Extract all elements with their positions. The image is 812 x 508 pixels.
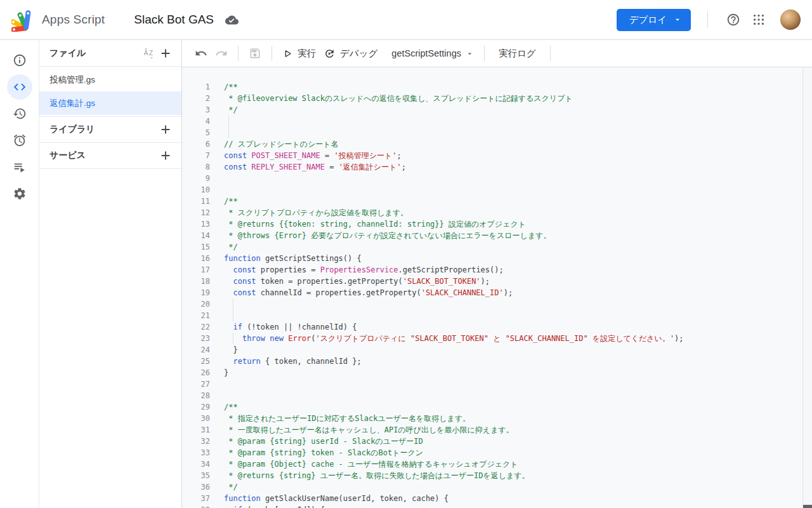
code-editor[interactable]: 1/**2 * @fileoverview Slackのスレッドへの返信を収集し… [182, 67, 812, 508]
deploy-button[interactable]: デプロイ [617, 9, 691, 31]
sort-files-button[interactable]: A Z [141, 46, 157, 61]
code-line[interactable]: 23 throw new Error('スクリプトプロパティに "SLACK_B… [182, 333, 802, 344]
code-line[interactable]: 38 if (cache[userId]) { [182, 504, 802, 508]
project-title[interactable]: Slack Bot GAS [134, 13, 214, 27]
services-section: サービス [39, 143, 181, 169]
code-text: * スクリプトプロパティから設定値を取得します。 [224, 207, 408, 218]
undo-button[interactable] [191, 44, 211, 62]
code-line[interactable]: 22 if (!token || !channelId) { [182, 321, 802, 333]
code-text: function getSlackUserName(userId, token,… [224, 493, 449, 504]
rail-item-triggers[interactable] [7, 128, 32, 153]
line-number: 16 [182, 253, 210, 264]
indent-guide [228, 127, 229, 138]
code-text: const channelId = properties.getProperty… [224, 287, 513, 298]
code-line[interactable]: 24 } [182, 344, 802, 356]
info-icon [13, 53, 27, 67]
code-line[interactable]: 13 * @returns {{token: string, channelId… [182, 218, 802, 230]
code-line[interactable]: 15 */ [182, 241, 802, 253]
chevron-down-icon [466, 50, 474, 58]
code-line[interactable]: 12 * スクリプトプロパティから設定値を取得します。 [182, 207, 802, 218]
line-number: 3 [182, 104, 210, 116]
code-line[interactable]: 36 */ [182, 481, 802, 493]
plus-icon [159, 123, 173, 137]
code-line[interactable]: 11/** [182, 196, 802, 207]
execution-log-label: 実行ログ [499, 48, 536, 60]
code-line[interactable]: 5 [182, 127, 802, 138]
code-text: function getScriptSettings() { [224, 253, 362, 264]
code-text: if (!token || !channelId) { [224, 321, 357, 333]
code-line[interactable]: 31 * 一度取得したユーザー名はキャッシュし、APIの呼び出しを最小限に抑えま… [182, 424, 802, 436]
code-line[interactable]: 4 [182, 116, 802, 127]
redo-button[interactable] [211, 44, 232, 62]
code-line[interactable]: 29/** [182, 401, 802, 413]
rail-item-overview[interactable] [7, 48, 32, 73]
line-number: 6 [182, 138, 210, 150]
run-button[interactable]: 実行 [278, 45, 320, 62]
line-number: 37 [182, 493, 210, 504]
line-number: 14 [182, 230, 210, 241]
save-button[interactable] [245, 44, 265, 62]
user-avatar[interactable] [780, 10, 801, 30]
function-selector-value: getScriptSettings [391, 48, 461, 58]
help-button[interactable] [721, 7, 746, 32]
code-line[interactable]: 14 * @throws {Error} 必要なプロパティが設定されていない場合… [182, 230, 802, 241]
code-text: */ [224, 241, 238, 253]
undo-icon [195, 47, 207, 60]
code-line[interactable]: 26} [182, 367, 802, 378]
code-line[interactable]: 1/** [182, 81, 802, 93]
line-number: 21 [182, 310, 210, 321]
code-line[interactable]: 8const REPLY_SHEET_NAME = '返信集計シート'; [182, 161, 802, 173]
code-line[interactable]: 27 [182, 378, 802, 390]
chevron-down-icon [673, 15, 682, 24]
editor-scrollbar[interactable] [802, 67, 812, 508]
code-line[interactable]: 10 [182, 184, 802, 196]
debug-button[interactable]: デバッグ [320, 45, 381, 62]
apps-grid-button[interactable] [746, 7, 771, 32]
rail-item-executions[interactable] [7, 154, 32, 180]
code-line[interactable]: 34 * @param {Object} cache - ユーザー情報を格納する… [182, 458, 802, 470]
code-text: /** [224, 401, 238, 413]
code-line[interactable]: 21 [182, 310, 802, 321]
code-line[interactable]: 30 * 指定されたユーザーIDに対応するSlackユーザー名を取得します。 [182, 413, 802, 424]
code-line[interactable]: 9 [182, 173, 802, 184]
rail-item-editor[interactable] [7, 74, 32, 100]
debug-button-label: デバッグ [340, 48, 377, 60]
code-line[interactable]: 35 * @returns {string} ユーザー名。取得に失敗した場合はユ… [182, 470, 802, 481]
add-service-button[interactable] [157, 147, 174, 164]
code-line[interactable]: 17 const properties = PropertiesService.… [182, 264, 802, 276]
line-number: 27 [182, 378, 210, 390]
line-number: 12 [182, 207, 210, 218]
code-line[interactable]: 28 [182, 390, 802, 401]
code-line[interactable]: 32 * @param {string} userId - Slackのユーザー… [182, 436, 802, 447]
line-number: 30 [182, 413, 210, 424]
add-file-button[interactable] [157, 45, 174, 62]
add-library-button[interactable] [157, 121, 174, 138]
code-line[interactable]: 3 */ [182, 104, 802, 116]
code-line[interactable]: 6// スプレッドシートのシート名 [182, 138, 802, 150]
code-line[interactable]: 37function getSlackUserName(userId, toke… [182, 493, 802, 504]
file-item[interactable]: 投稿管理.gs [39, 68, 181, 91]
code-text: // スプレッドシートのシート名 [224, 138, 339, 150]
code-line[interactable]: 19 const channelId = properties.getPrope… [182, 287, 802, 298]
files-panel-title: ファイル [49, 48, 141, 59]
code-line[interactable]: 33 * @param {string} token - SlackのBotトー… [182, 447, 802, 458]
file-item[interactable]: 返信集計.gs [39, 91, 181, 115]
code-line[interactable]: 20 [182, 298, 802, 310]
code-line[interactable]: 16function getScriptSettings() { [182, 253, 802, 264]
code-line[interactable]: 7const POST_SHEET_NAME = '投稿管理シート'; [182, 150, 802, 161]
scrollbar-thumb[interactable] [803, 505, 812, 508]
code-line[interactable]: 18 const token = properties.getProperty(… [182, 276, 802, 287]
editor-toolbar: 実行 デバッグ getScriptSettings 実行ログ [182, 40, 812, 67]
rail-item-project-history[interactable] [7, 101, 32, 126]
rail-item-settings[interactable] [7, 181, 32, 206]
execution-log-button[interactable]: 実行ログ [491, 45, 544, 62]
cloud-done-icon [225, 13, 239, 27]
executions-icon [13, 160, 27, 174]
function-selector[interactable]: getScriptSettings [388, 46, 478, 61]
line-number: 20 [182, 298, 210, 310]
indent-guide [233, 298, 233, 310]
line-number: 2 [182, 93, 210, 104]
file-list: 投稿管理.gs返信集計.gs [39, 67, 181, 117]
code-line[interactable]: 2 * @fileoverview Slackのスレッドへの返信を収集し、スプレ… [182, 93, 802, 104]
code-line[interactable]: 25 return { token, channelId }; [182, 356, 802, 367]
